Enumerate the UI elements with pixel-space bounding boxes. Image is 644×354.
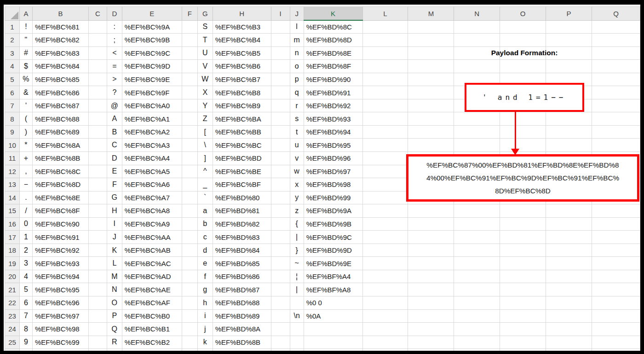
cell-F1[interactable] — [182, 20, 197, 34]
cell-P3[interactable] — [546, 46, 592, 60]
cell-H1[interactable]: %EF%BC%B3 — [213, 20, 271, 34]
cell-P6[interactable] — [546, 86, 592, 99]
cell-A9[interactable]: ) — [19, 125, 32, 139]
cell-P2[interactable] — [546, 34, 592, 47]
cell-Lx[interactable] — [362, 349, 408, 351]
cell-I5[interactable] — [271, 73, 290, 86]
cell-G24[interactable]: j — [197, 323, 213, 336]
column-header-L[interactable]: L — [362, 7, 408, 21]
cell-H22[interactable]: %EF%BD%88 — [213, 296, 271, 309]
column-header-J[interactable]: J — [290, 7, 304, 21]
cell-A13[interactable]: − — [19, 178, 32, 192]
cell-N18[interactable] — [454, 244, 500, 257]
cell-L17[interactable] — [362, 231, 408, 244]
cell-E3[interactable]: %EF%BC%9C — [122, 46, 182, 60]
cell-M8[interactable] — [408, 112, 454, 126]
cell-I20[interactable] — [271, 270, 290, 283]
cell-O24[interactable] — [500, 323, 546, 336]
cell-B20[interactable]: %EF%BC%94 — [32, 270, 88, 283]
cell-K13[interactable]: %EF%BD%98 — [304, 178, 362, 192]
cell-D23[interactable]: P — [107, 309, 122, 323]
cell-G10[interactable]: \ — [197, 139, 213, 152]
cell-H17[interactable]: %EF%BD%83 — [213, 231, 271, 244]
cell-L9[interactable] — [362, 125, 408, 139]
cell-I7[interactable] — [271, 99, 290, 112]
cell-Nx[interactable] — [454, 349, 500, 351]
cell-K17[interactable]: %EF%BD%9C — [304, 231, 362, 244]
cell-F4[interactable] — [182, 60, 197, 73]
cell-E10[interactable]: %EF%BC%A3 — [122, 139, 182, 152]
cell-C18[interactable] — [88, 244, 107, 257]
cell-K2[interactable]: %EF%BD%8D — [304, 34, 362, 47]
cell-Hx[interactable] — [213, 349, 271, 351]
cell-K22[interactable]: %0 0 — [304, 296, 362, 309]
cell-G2[interactable]: T — [197, 34, 213, 47]
cell-Q17[interactable] — [592, 231, 640, 244]
cell-I15[interactable] — [271, 204, 290, 218]
cell-C16[interactable] — [88, 217, 107, 231]
row-header-8[interactable]: 8 — [5, 112, 20, 126]
cell-Q6[interactable] — [592, 86, 640, 99]
cell-N6[interactable] — [454, 86, 500, 99]
cell-F18[interactable] — [182, 244, 197, 257]
cell-M20[interactable] — [408, 270, 454, 283]
cell-E21[interactable]: %EF%BC%AE — [122, 283, 182, 296]
cell-J21[interactable]: | — [290, 283, 304, 296]
cell-L18[interactable] — [362, 244, 408, 257]
cell-O4[interactable] — [500, 60, 546, 73]
cell-P22[interactable] — [546, 296, 592, 309]
cell-C10[interactable] — [88, 139, 107, 152]
cell-C11[interactable] — [88, 151, 107, 165]
column-header-B[interactable]: B — [32, 7, 88, 21]
column-header-M[interactable]: M — [408, 7, 454, 21]
cell-E13[interactable]: %EF%BC%A6 — [122, 178, 182, 192]
cell-P24[interactable] — [546, 323, 592, 336]
cell-Q16[interactable] — [592, 217, 640, 231]
cell-E16[interactable]: %EF%BC%A9 — [122, 217, 182, 231]
cell-G1[interactable]: S — [197, 20, 213, 34]
cell-O6[interactable] — [500, 86, 546, 99]
cell-D25[interactable]: R — [107, 336, 122, 349]
cell-E5[interactable]: %EF%BC%9E — [122, 73, 182, 86]
cell-Fx[interactable] — [182, 349, 197, 351]
cell-M19[interactable] — [408, 257, 454, 270]
row-header-partial[interactable] — [5, 349, 20, 351]
cell-H4[interactable]: %EF%BC%B6 — [213, 60, 271, 73]
cell-C15[interactable] — [88, 204, 107, 218]
cell-Q1[interactable] — [592, 20, 640, 34]
cell-O3[interactable] — [500, 46, 546, 60]
cell-C8[interactable] — [88, 112, 107, 126]
cell-G16[interactable]: b — [197, 217, 213, 231]
cell-B5[interactable]: %EF%BC%85 — [32, 73, 88, 86]
cell-J11[interactable]: v — [290, 151, 304, 165]
cell-E12[interactable]: %EF%BC%A5 — [122, 165, 182, 178]
cell-A12[interactable]: , — [19, 165, 32, 178]
cell-B10[interactable]: %EF%BC%8A — [32, 139, 88, 152]
cell-M2[interactable] — [408, 34, 454, 47]
cell-M18[interactable] — [408, 244, 454, 257]
cell-F10[interactable] — [182, 139, 197, 152]
cell-G23[interactable]: i — [197, 309, 213, 323]
cell-E15[interactable]: %EF%BC%A8 — [122, 204, 182, 218]
cell-L1[interactable] — [362, 20, 408, 34]
column-header-D[interactable]: D — [107, 7, 122, 21]
cell-H18[interactable]: %EF%BD%84 — [213, 244, 271, 257]
cell-Q10[interactable] — [592, 139, 640, 152]
cell-I10[interactable] — [271, 139, 290, 152]
row-header-9[interactable]: 9 — [5, 125, 20, 139]
cell-Q18[interactable] — [592, 244, 640, 257]
cell-K6[interactable]: %EF%BD%91 — [304, 86, 362, 99]
cell-Q11[interactable] — [592, 151, 640, 165]
cell-E4[interactable]: %EF%BC%9D — [122, 60, 182, 73]
cell-I8[interactable] — [271, 112, 290, 126]
cell-B12[interactable]: %EF%BC%8C — [32, 165, 88, 178]
cell-J23[interactable]: \n — [290, 309, 304, 323]
cell-I12[interactable] — [271, 165, 290, 178]
cell-A18[interactable]: 2 — [19, 244, 32, 257]
cell-O10[interactable] — [500, 139, 546, 152]
row-header-21[interactable]: 21 — [5, 283, 20, 296]
cell-Q8[interactable] — [592, 112, 640, 126]
cell-D24[interactable]: Q — [107, 323, 122, 336]
cell-E11[interactable]: %EF%BC%A4 — [122, 151, 182, 165]
cell-L15[interactable] — [362, 204, 408, 218]
